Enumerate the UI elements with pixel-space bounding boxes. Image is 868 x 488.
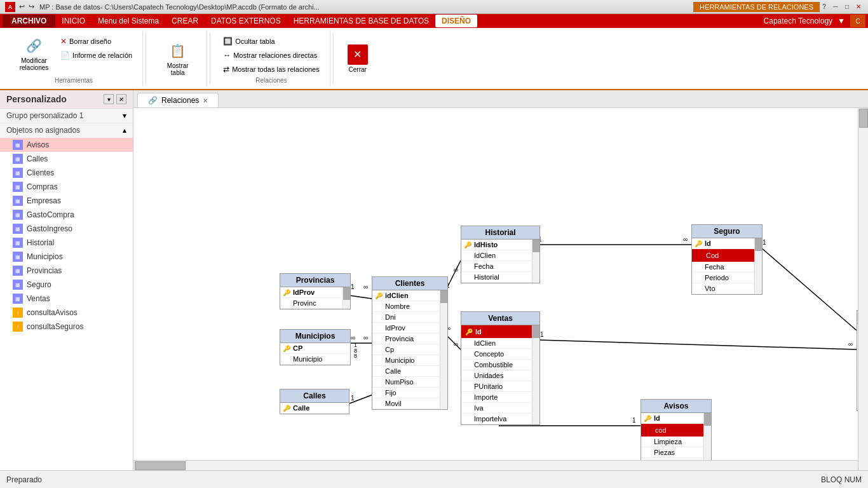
table-icon-calles: ▦ <box>13 154 23 164</box>
close-btn[interactable]: ✕ <box>854 3 863 11</box>
field-clientes-movil: Movil <box>372 398 447 409</box>
field-seguro-vto: Vto <box>692 283 762 294</box>
btn-modificar-relaciones[interactable]: 🔗 Modificar relaciones <box>13 33 55 74</box>
field-municipios-municipio: Municipio <box>280 354 350 365</box>
canvas-vscroll[interactable] <box>858 108 868 470</box>
sidebar-section-grupo[interactable]: Grupo personalizado 1 ▾ <box>0 109 133 123</box>
menu-inicio[interactable]: INICIO <box>55 15 92 27</box>
ocultar-icon: 🔲 <box>223 37 233 46</box>
btn-mostrar-tabla[interactable]: 📋 Mostrar tabla <box>156 33 199 84</box>
sidebar-item-historial[interactable]: ▦ Historial <box>0 236 133 250</box>
tab-close-relaciones[interactable]: ✕ <box>203 97 208 104</box>
table-seguro: Seguro 🔑 Id Cod Fecha Perio <box>691 224 763 295</box>
menu-datos-externos[interactable]: DATOS EXTERNOS <box>205 15 287 27</box>
field-ventas-id: 🔑 Id <box>461 325 539 338</box>
svg-text:8: 8 <box>354 348 357 354</box>
svg-text:1: 1 <box>351 395 355 402</box>
btn-ocultar-tabla[interactable]: 🔲 Ocultar tabla <box>220 36 322 47</box>
field-clientes-numpiso: NumPiso <box>372 377 447 388</box>
herramientas-tab[interactable]: HERRAMIENTAS DE RELACIONES <box>693 2 820 12</box>
user-dropdown[interactable]: ▼ <box>837 17 845 25</box>
sidebar-item-calles[interactable]: ▦ Calles <box>0 152 133 166</box>
undo-icon[interactable]: ↩ <box>19 3 25 11</box>
field-seguro-periodo: Periodo <box>692 273 762 283</box>
table-seguro-body: 🔑 Id Cod Fecha Periodo Vt <box>692 238 762 294</box>
menu-sistema[interactable]: Menu del Sistema <box>92 15 165 27</box>
table-clientes: Clientes 🔑 idClien Nombre Dni IdProv Pro… <box>372 276 448 410</box>
sidebar-item-clientes[interactable]: ▦ Clientes <box>0 166 133 180</box>
svg-text:∞: ∞ <box>454 266 458 273</box>
sidebar-item-gastocompra[interactable]: ▦ GastoCompra <box>0 208 133 222</box>
sidebar-item-consultaseguros[interactable]: ! consultaSeguros <box>0 320 133 334</box>
sidebar-header: Personalizado ▾ ✕ <box>0 90 133 109</box>
window-controls: ? ─ □ ✕ <box>820 3 863 11</box>
svg-text:1: 1 <box>351 283 355 290</box>
btn-mostrar-todas-relaciones[interactable]: ⇄ Mostrar todas las relaciones <box>220 64 322 75</box>
svg-text:∞: ∞ <box>683 236 688 243</box>
menu-bar: ARCHIVO INICIO Menu del Sistema CREAR DA… <box>0 14 868 28</box>
field-ventas-punitario: PUnitario <box>461 381 539 392</box>
field-avisos-piezas: Piezas <box>641 447 711 458</box>
key-icon: 🔑 <box>464 241 471 248</box>
sidebar-item-gastoingreso[interactable]: ▦ GastoIngreso <box>0 222 133 236</box>
svg-text:8: 8 <box>354 353 357 359</box>
field-ventas-combustible: Combustible <box>461 360 539 370</box>
svg-text:∞: ∞ <box>363 334 368 341</box>
svg-line-0 <box>349 295 372 299</box>
table-icon-gastoingreso: ▦ <box>13 224 23 234</box>
key-icon-ventas: 🔑 <box>465 329 473 336</box>
redo-icon[interactable]: ↪ <box>29 3 34 11</box>
table-municipios-body: 🔑 CP Municipio <box>280 343 350 365</box>
field-clientes-calle: Calle <box>372 366 447 377</box>
sidebar-item-municipios[interactable]: ▦ Municipios <box>0 250 133 264</box>
btn-cerrar[interactable]: ✕ Cerrar <box>344 33 372 84</box>
sidebar-item-compras[interactable]: ▦ Compras <box>0 180 133 194</box>
modificar-relaciones-icon: 🔗 <box>24 36 44 56</box>
sidebar-item-avisos[interactable]: ▦ Avisos <box>0 138 133 152</box>
table-icon-empresas: ▦ <box>13 196 23 206</box>
sidebar-section-objetos[interactable]: Objetos no asignados ▴ <box>0 123 133 138</box>
table-municipios: Municipios 🔑 CP Municipio <box>280 329 351 365</box>
field-seguro-cod: Cod <box>692 249 762 262</box>
field-avisos-limpieza: Limpieza <box>641 437 711 447</box>
minimize-btn[interactable]: ─ <box>831 3 840 11</box>
menu-diseno[interactable]: DISEÑO <box>435 15 477 27</box>
ribbon-group-relaciones: 🔲 Ocultar tabla ↔ Mostrar relaciones dir… <box>213 30 330 86</box>
canvas-hscroll[interactable] <box>133 460 858 470</box>
btn-mostrar-relaciones-directas[interactable]: ↔ Mostrar relaciones directas <box>220 50 322 61</box>
field-historial-idclien: IdClien <box>461 250 539 261</box>
sidebar-item-ventas[interactable]: ▦ Ventas <box>0 292 133 306</box>
tab-relaciones-icon: 🔗 <box>148 96 158 105</box>
key-icon-clientes: 🔑 <box>375 292 383 299</box>
menu-archivo[interactable]: ARCHIVO <box>3 15 55 27</box>
key-icon-avisos: 🔑 <box>644 415 651 422</box>
sidebar-item-seguro[interactable]: ▦ Seguro <box>0 278 133 292</box>
sidebar-item-consultaavisos[interactable]: ! consultaAvisos <box>0 306 133 320</box>
table-icon-clientes: ▦ <box>13 168 23 178</box>
tab-relaciones[interactable]: 🔗 Relaciones ✕ <box>137 93 219 107</box>
btn-borrar-diseno[interactable]: ✕ Borrar diseño <box>58 36 135 47</box>
table-calles: Calles 🔑 Calle <box>280 389 349 414</box>
sidebar-controls: ▾ ✕ <box>104 94 126 104</box>
section-objetos-collapse: ▴ <box>123 126 126 135</box>
svg-text:∞: ∞ <box>351 334 355 341</box>
maximize-btn[interactable]: □ <box>843 3 851 11</box>
help-btn[interactable]: ? <box>820 3 829 11</box>
table-icon-historial: ▦ <box>13 238 23 248</box>
section-objetos-label: Objetos no asignados <box>6 126 80 135</box>
table-calles-body: 🔑 Calle <box>280 403 349 414</box>
sidebar-item-provincias[interactable]: ▦ Provincias <box>0 264 133 278</box>
menu-crear[interactable]: CREAR <box>165 15 205 27</box>
field-seguro-id: 🔑 Id <box>692 238 762 249</box>
canvas-scroll[interactable]: 1 ∞ ∞ ∞ 1 1 ∞ ∞ ∞ <box>133 108 868 470</box>
menu-herramientas-bd[interactable]: HERRAMIENTAS DE BASE DE DATOS <box>287 15 435 27</box>
btn-informe-relacion[interactable]: 📄 Informe de relación <box>58 50 135 61</box>
table-historial-body: 🔑 IdHisto IdClien Fecha Historial <box>461 240 539 283</box>
query-icon-consultaseguros: ! <box>13 322 23 332</box>
sidebar-close-btn[interactable]: ✕ <box>116 94 126 104</box>
sidebar-title: Personalizado <box>6 94 67 104</box>
sidebar-item-empresas[interactable]: ▦ Empresas <box>0 194 133 208</box>
field-clientes-fijo: Fijo <box>372 388 447 398</box>
sidebar-collapse-btn[interactable]: ▾ <box>104 94 114 104</box>
field-clientes-municipio: Municipio <box>372 355 447 366</box>
